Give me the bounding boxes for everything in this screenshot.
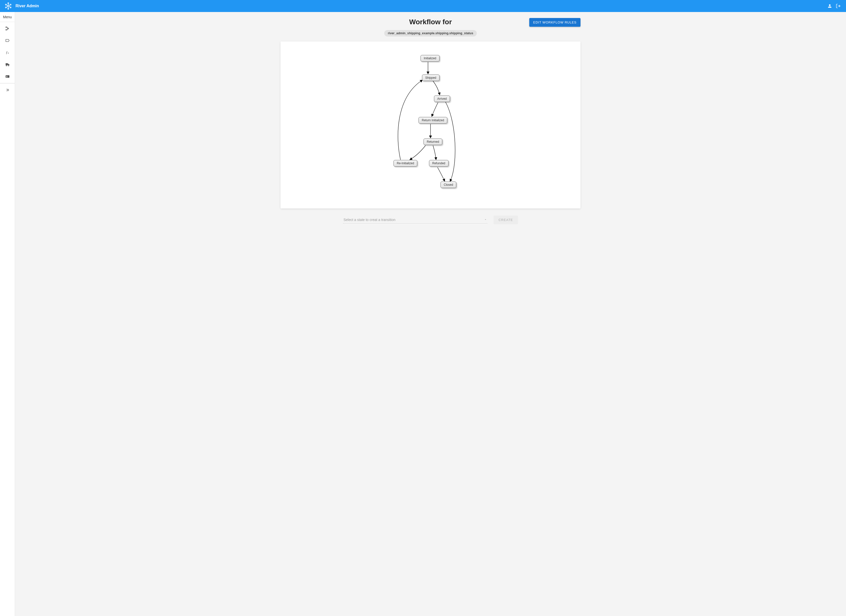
- sidebar-item-fx[interactable]: ƒx: [4, 50, 10, 56]
- svg-point-3: [10, 7, 11, 8]
- tree-icon: [5, 26, 10, 31]
- topbar: River Admin: [0, 0, 846, 12]
- sidebar-item-tag[interactable]: [4, 38, 10, 44]
- node-closed[interactable]: Closed: [441, 181, 456, 188]
- node-re-initialized[interactable]: Re-Initialized: [394, 160, 417, 166]
- node-returned[interactable]: Returned: [423, 138, 442, 145]
- create-transition-button[interactable]: CREATE: [494, 216, 518, 224]
- svg-point-17: [6, 65, 7, 66]
- truck-icon: [5, 62, 10, 67]
- svg-point-18: [8, 65, 9, 66]
- user-icon[interactable]: [827, 3, 833, 9]
- svg-line-9: [9, 6, 10, 7]
- svg-point-0: [7, 5, 9, 7]
- sidebar-item-shipping[interactable]: [4, 62, 10, 68]
- id-card-icon: [5, 74, 10, 79]
- svg-line-8: [9, 5, 10, 6]
- svg-rect-15: [6, 29, 6, 30]
- svg-point-5: [6, 7, 6, 8]
- svg-rect-19: [6, 75, 9, 78]
- brand-title: River Admin: [16, 4, 39, 8]
- edit-workflow-rules-button[interactable]: EDIT WORKFLOW RULES: [529, 18, 580, 27]
- svg-point-20: [6, 76, 7, 77]
- workflow-diagram[interactable]: Initialized Shipped Arrived Return Initi…: [318, 47, 543, 203]
- state-select[interactable]: Select a state to creat a transition: [343, 216, 488, 223]
- svg-rect-16: [8, 28, 9, 29]
- chevrons-right-icon: [5, 88, 10, 92]
- caret-down-icon: [484, 218, 487, 222]
- node-initialized[interactable]: Initialized: [420, 55, 439, 62]
- state-select-placeholder: Select a state to creat a transition: [344, 218, 395, 222]
- svg-line-12: [6, 5, 8, 6]
- brand-logo-icon: [4, 2, 12, 10]
- sidebar-item-tree[interactable]: [4, 25, 10, 31]
- svg-point-2: [10, 4, 11, 5]
- brand[interactable]: River Admin: [4, 2, 39, 10]
- sidebar-item-contacts[interactable]: [4, 74, 10, 79]
- sidebar-expand-button[interactable]: [4, 87, 10, 93]
- tag-icon: [5, 38, 10, 43]
- svg-point-4: [8, 8, 9, 9]
- main-content: Workflow for river_admin_shipping_exampl…: [15, 12, 846, 616]
- workflow-path-chip: river_admin_shipping_example.shipping.sh…: [384, 30, 477, 37]
- diagram-card: Initialized Shipped Arrived Return Initi…: [281, 41, 580, 209]
- sidebar: Menu ƒx: [0, 12, 15, 616]
- svg-line-11: [6, 6, 8, 7]
- node-refunded[interactable]: Refunded: [429, 160, 448, 166]
- svg-point-6: [6, 4, 6, 5]
- sidebar-menu-title: Menu: [0, 12, 15, 22]
- node-return-initialized[interactable]: Return Initialized: [419, 117, 447, 123]
- node-shipped[interactable]: Shipped: [422, 75, 439, 81]
- svg-rect-14: [6, 27, 6, 28]
- diagram-edges: [318, 47, 543, 203]
- fx-icon: ƒx: [6, 50, 9, 55]
- node-arrived[interactable]: Arrived: [434, 96, 450, 102]
- logout-icon[interactable]: [835, 3, 842, 9]
- transition-form: Select a state to creat a transition CRE…: [343, 216, 518, 224]
- svg-point-1: [8, 3, 9, 4]
